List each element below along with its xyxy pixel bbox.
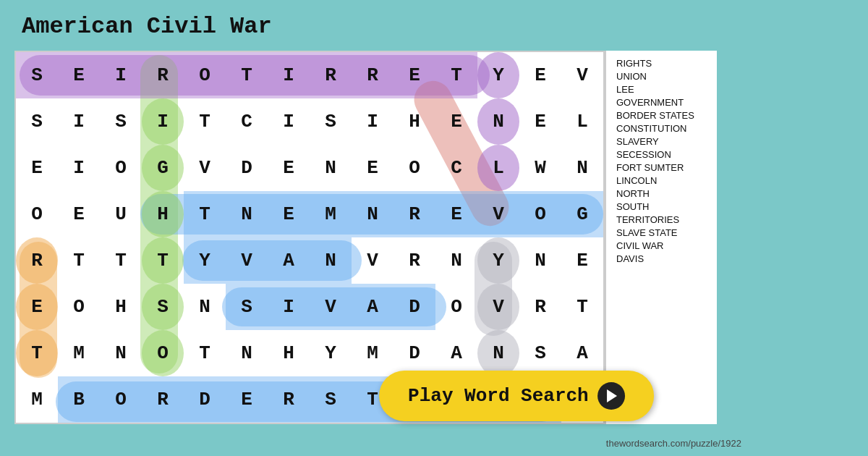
grid-cell: E (226, 376, 268, 423)
grid-cell: I (100, 52, 142, 98)
word-list-item: CONSTITUTION (616, 123, 707, 134)
grid-cell: V (561, 52, 603, 98)
grid-cell: E (519, 52, 561, 98)
grid-cell: R (142, 376, 184, 423)
grid-cell: Y (184, 237, 226, 284)
grid-cell: E (435, 98, 477, 145)
grid-cell: N (310, 145, 352, 191)
grid-cell: E (268, 191, 310, 237)
word-list-item: SLAVE STATE (616, 227, 707, 238)
grid-cell: O (184, 52, 226, 98)
grid-cell: N (184, 284, 226, 330)
grid-cell: V (477, 191, 519, 237)
grid-cell: I (268, 284, 310, 330)
grid-cell: D (226, 145, 268, 191)
grid-cell: M (352, 330, 393, 376)
grid-cell: A (352, 284, 393, 330)
grid-cell: S (16, 52, 58, 98)
grid-cell: M (16, 376, 58, 423)
grid-cell: D (393, 330, 435, 376)
footer-url: thewordsearch.com/puzzle/1922 (606, 438, 741, 449)
grid-cell: T (100, 237, 142, 284)
grid-cell: T (435, 52, 477, 98)
grid-cell: S (226, 284, 268, 330)
grid-cell: U (100, 191, 142, 237)
grid-cell: R (393, 191, 435, 237)
word-list-item: SLAVERY (616, 136, 707, 147)
word-list-item: SECESSION (616, 149, 707, 160)
grid-cell: T (16, 330, 58, 376)
word-list-item: LEE (616, 84, 707, 95)
grid-cell: I (352, 98, 393, 145)
grid-cell: S (519, 330, 561, 376)
grid-cell: Y (310, 330, 352, 376)
grid-cell: I (268, 98, 310, 145)
word-list-item: LINCOLN (616, 175, 707, 186)
main-container: SEIROTIRRETYEVSISITCISIHENELEIOGVDENEOCL… (14, 51, 717, 424)
grid-cell: O (58, 284, 100, 330)
grid-cell: W (519, 145, 561, 191)
grid-cell: T (226, 52, 268, 98)
word-list-item: NORTH (616, 188, 707, 199)
grid-cell: S (310, 98, 352, 145)
grid-cell: C (226, 98, 268, 145)
grid-cell: D (184, 376, 226, 423)
grid-cell: E (58, 52, 100, 98)
grid-cell: V (184, 145, 226, 191)
grid-cell: O (519, 191, 561, 237)
grid-cell: O (393, 145, 435, 191)
grid-cell: N (310, 237, 352, 284)
grid-cell: A (435, 330, 477, 376)
grid-cell: O (100, 376, 142, 423)
play-word-search-button[interactable]: Play Word Search (379, 371, 654, 421)
grid-cell: T (184, 98, 226, 145)
grid-cell: L (561, 98, 603, 145)
word-list-item: DAVIS (616, 253, 707, 264)
grid-cell: T (184, 330, 226, 376)
grid-cell: G (561, 191, 603, 237)
grid-cell: E (519, 98, 561, 145)
play-button-label: Play Word Search (408, 385, 589, 407)
word-list-item: SOUTH (616, 201, 707, 212)
grid-cell: N (435, 237, 477, 284)
word-list-item: UNION (616, 71, 707, 82)
grid-cell: H (393, 98, 435, 145)
grid-cell: I (268, 52, 310, 98)
play-icon (597, 382, 625, 410)
grid-cell: E (352, 145, 393, 191)
grid-cell: B (58, 376, 100, 423)
grid-cell: T (184, 191, 226, 237)
grid-cell: O (100, 145, 142, 191)
grid-cell: R (352, 52, 393, 98)
word-list-item: CIVIL WAR (616, 240, 707, 251)
word-search-grid: SEIROTIRRETYEVSISITCISIHENELEIOGVDENEOCL… (14, 51, 605, 424)
grid-cell: N (352, 191, 393, 237)
grid-cell: A (268, 237, 310, 284)
grid-cell: R (16, 237, 58, 284)
grid-cell: H (100, 284, 142, 330)
grid-cell: E (16, 145, 58, 191)
grid-cell: N (519, 237, 561, 284)
grid-cell: T (561, 284, 603, 330)
grid-cell: S (16, 98, 58, 145)
grid-cell: Y (477, 52, 519, 98)
page-title: American Civil War (22, 13, 272, 40)
grid-cell: N (226, 330, 268, 376)
grid-cell: S (310, 376, 352, 423)
grid-cell: V (477, 284, 519, 330)
grid-cell: E (268, 145, 310, 191)
grid-cell: L (477, 145, 519, 191)
grid-cell: S (142, 284, 184, 330)
grid-cell: N (477, 330, 519, 376)
grid-cell: H (142, 191, 184, 237)
grid-cell: V (352, 237, 393, 284)
grid-cell: A (561, 330, 603, 376)
word-list-item: BORDER STATES (616, 110, 707, 121)
grid-cell: E (58, 191, 100, 237)
grid-cell: M (310, 191, 352, 237)
grid-cell: I (142, 98, 184, 145)
grid-cell: R (519, 284, 561, 330)
grid-table: SEIROTIRRETYEVSISITCISIHENELEIOGVDENEOCL… (16, 52, 603, 423)
word-list-item: FORT SUMTER (616, 162, 707, 173)
word-list-item: GOVERNMENT (616, 97, 707, 108)
